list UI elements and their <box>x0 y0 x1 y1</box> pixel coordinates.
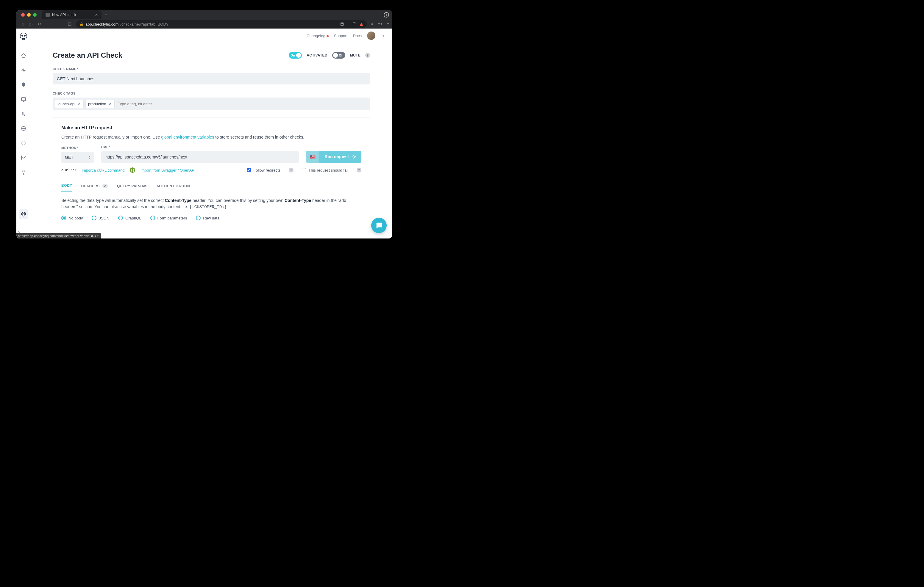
activated-toggle[interactable]: On <box>289 52 302 59</box>
tab-strip: New API check ✕ + ▾ <box>16 10 392 20</box>
close-tab-icon[interactable]: ✕ <box>95 13 98 17</box>
radio-form-params[interactable]: Form parameters <box>150 215 187 220</box>
nav-docs[interactable]: Docs <box>353 34 362 38</box>
maximize-window-button[interactable] <box>33 13 36 16</box>
import-curl-link[interactable]: import a cURL command <box>82 168 124 173</box>
page-content: Create an API Check On ACTIVATED Off MUT… <box>31 43 392 238</box>
new-tab-button[interactable]: + <box>104 12 107 18</box>
extensions-icon[interactable]: ✦ <box>370 22 374 26</box>
sidebar-item-maintenance[interactable] <box>19 109 28 118</box>
remove-tag-icon[interactable]: ✕ <box>78 102 81 106</box>
sidebar-item-alerts[interactable] <box>19 80 28 89</box>
intercom-launcher[interactable] <box>371 218 387 233</box>
tab-query-params[interactable]: QUERY PARAMS <box>117 184 147 191</box>
top-navbar: Changelog Support Docs ▼ <box>31 28 392 43</box>
url-input[interactable]: 🔒 app.checklyhq.com/checks/new/api?tab=B… <box>76 20 367 28</box>
follow-redirects-help-icon[interactable]: ? <box>289 168 294 173</box>
page-head: Create an API Check On ACTIVATED Off MUT… <box>53 51 370 59</box>
import-swagger-link[interactable]: import from Swagger / OpenAPI <box>140 168 195 173</box>
main-content: Changelog Support Docs ▼ Create an API C… <box>31 28 392 238</box>
http-card-title: Make an HTTP request <box>61 125 361 130</box>
account-dropdown-icon[interactable]: ▼ <box>382 34 385 38</box>
check-tags-label: CHECK TAGS <box>53 92 370 95</box>
request-row: METHOD* GET ▴▾ URL* 🇺🇸 Run <box>61 145 361 163</box>
status-bar-tooltip: https://app.checklyhq.com/checks/new/api… <box>16 233 101 238</box>
svg-point-8 <box>23 213 25 215</box>
menu-icon[interactable]: ≡ <box>387 22 389 26</box>
checkly-logo[interactable] <box>19 32 28 40</box>
radio-graphql[interactable]: GraphQL <box>118 215 141 220</box>
avatar[interactable] <box>367 31 375 40</box>
app-container: ❯ Changelog Support Docs ▼ Create an API… <box>16 28 392 238</box>
radio-json[interactable]: JSON <box>92 215 109 220</box>
check-name-input[interactable] <box>53 73 370 84</box>
sidebar-item-deployments[interactable] <box>19 168 28 177</box>
svg-point-4 <box>22 112 23 114</box>
extension-icons: ✦ ≡♪ ≡ <box>370 22 389 26</box>
sidebar-item-reporting[interactable] <box>19 153 28 162</box>
check-tags-section: CHECK TAGS launch-api ✕ production ✕ <box>53 92 370 110</box>
page-title: Create an API Check <box>53 51 122 59</box>
body-type-radios: No body JSON GraphQL Form parameters Raw… <box>61 215 361 220</box>
chat-icon <box>375 222 383 229</box>
bookmark-icon[interactable]: ☐ <box>67 22 73 26</box>
request-tabs: BODY HEADERS 2 QUERY PARAMS AUTHENTICATI… <box>61 184 361 191</box>
tag-input[interactable] <box>117 100 368 107</box>
activated-label: ACTIVATED <box>307 53 327 58</box>
nav-changelog[interactable]: Changelog <box>307 34 328 38</box>
sidebar-item-snippets[interactable] <box>19 138 28 148</box>
reload-button[interactable]: ⟳ <box>37 22 43 26</box>
mute-help-icon[interactable]: ? <box>365 53 370 58</box>
sidebar-item-target[interactable] <box>19 209 28 219</box>
bolt-icon <box>352 155 356 159</box>
env-vars-link[interactable]: global environment variables <box>161 135 214 140</box>
nav-support[interactable]: Support <box>334 34 348 38</box>
svg-point-5 <box>24 114 25 116</box>
curl-icon: curl:// <box>61 168 76 173</box>
tags-container[interactable]: launch-api ✕ production ✕ <box>53 97 370 110</box>
should-fail-checkbox[interactable]: This request should fail <box>302 168 348 173</box>
sidebar-item-home[interactable] <box>19 51 28 60</box>
address-bar: ◁ ▷ ⟳ ☐ 🔒 app.checklyhq.com/checks/new/a… <box>16 20 392 28</box>
sidebar-item-globe[interactable] <box>19 124 28 133</box>
radio-no-body[interactable]: No body <box>61 215 83 220</box>
key-icon[interactable]: ⚿ <box>340 22 344 26</box>
mute-toggle[interactable]: Off <box>332 52 345 59</box>
run-request-button[interactable]: 🇺🇸 Run request <box>306 151 361 163</box>
browser-chrome: New API check ✕ + ▾ ◁ ▷ ⟳ ☐ 🔒 app.checkl… <box>16 10 392 28</box>
shield-icon[interactable]: ⛉ <box>352 22 356 26</box>
brave-shields-icon[interactable] <box>360 23 363 26</box>
mute-label: MUTE <box>350 53 360 58</box>
swagger-icon: { } <box>130 168 135 173</box>
url-label: URL* <box>101 145 299 149</box>
tab-headers[interactable]: HEADERS 2 <box>81 184 108 191</box>
import-actions-row: curl:// import a cURL command { } import… <box>61 168 361 173</box>
account-icon[interactable]: ▾ <box>384 12 389 18</box>
sidebar-item-dashboards[interactable] <box>19 95 28 104</box>
method-select[interactable]: GET ▴▾ <box>61 152 94 163</box>
svg-rect-3 <box>21 97 26 101</box>
sidebar-item-activity[interactable] <box>19 66 28 75</box>
close-window-button[interactable] <box>21 13 25 16</box>
check-name-section: CHECK NAME* <box>53 67 370 84</box>
back-button[interactable]: ◁ <box>19 22 25 26</box>
check-name-label: CHECK NAME* <box>53 67 370 71</box>
minimize-window-button[interactable] <box>27 13 31 16</box>
remove-tag-icon[interactable]: ✕ <box>109 102 112 106</box>
svg-point-2 <box>24 35 26 36</box>
url-input[interactable] <box>101 151 299 163</box>
should-fail-help-icon[interactable]: ? <box>356 168 361 173</box>
location-flag-icon[interactable]: 🇺🇸 <box>306 151 319 163</box>
follow-redirects-checkbox[interactable]: Follow redirects <box>247 168 280 173</box>
svg-marker-9 <box>353 155 356 158</box>
traffic-lights <box>21 13 36 16</box>
tab-authentication[interactable]: AUTHENTICATION <box>156 184 190 191</box>
browser-tab[interactable]: New API check ✕ <box>42 10 102 19</box>
url-domain: app.checklyhq.com <box>86 22 119 26</box>
radio-raw-data[interactable]: Raw data <box>196 215 219 220</box>
tab-body[interactable]: BODY <box>61 184 73 191</box>
playlist-icon[interactable]: ≡♪ <box>378 22 383 26</box>
method-label: METHOD* <box>61 146 94 150</box>
forward-button[interactable]: ▷ <box>28 22 34 26</box>
tag-chip: launch-api ✕ <box>55 100 83 108</box>
